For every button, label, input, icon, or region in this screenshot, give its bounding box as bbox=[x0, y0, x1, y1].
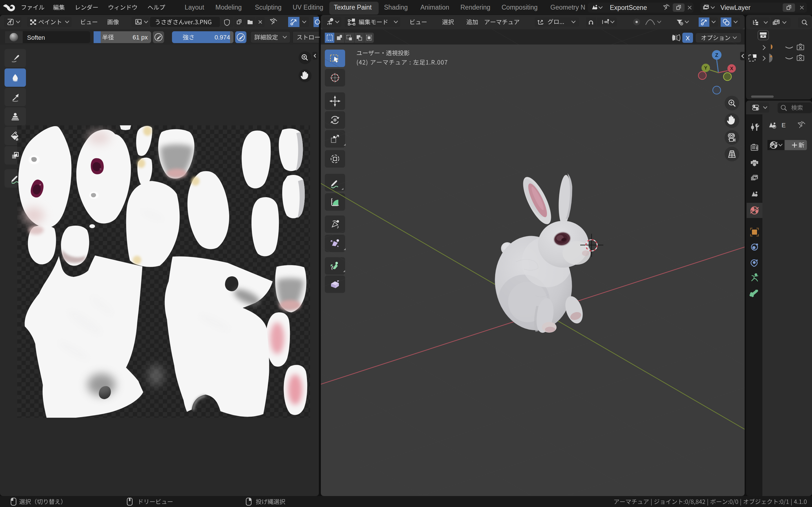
svg-text:Z: Z bbox=[715, 52, 718, 58]
svg-text:Animation: Animation bbox=[420, 4, 449, 11]
svg-text:Compositing: Compositing bbox=[502, 4, 538, 11]
svg-text:ExportScene: ExportScene bbox=[610, 4, 647, 11]
svg-text:61 px: 61 px bbox=[133, 34, 148, 41]
svg-text:X: X bbox=[730, 66, 733, 71]
svg-text:E: E bbox=[781, 122, 786, 129]
svg-text:Geometry N: Geometry N bbox=[550, 4, 585, 11]
svg-text:Rendering: Rendering bbox=[460, 4, 490, 11]
svg-text:ViewLayer: ViewLayer bbox=[720, 4, 751, 11]
svg-text:UV Editing: UV Editing bbox=[293, 4, 323, 11]
svg-text:X: X bbox=[686, 35, 690, 42]
svg-text:0.974: 0.974 bbox=[214, 34, 230, 41]
svg-text:Texture Paint: Texture Paint bbox=[334, 4, 372, 11]
svg-text:Modeling: Modeling bbox=[215, 4, 242, 11]
svg-text:Y: Y bbox=[704, 65, 707, 71]
svg-text:Sculpting: Sculpting bbox=[255, 4, 282, 11]
svg-text:Soften: Soften bbox=[27, 34, 45, 41]
svg-text:Layout: Layout bbox=[185, 4, 204, 11]
svg-text:Shading: Shading bbox=[384, 4, 408, 11]
